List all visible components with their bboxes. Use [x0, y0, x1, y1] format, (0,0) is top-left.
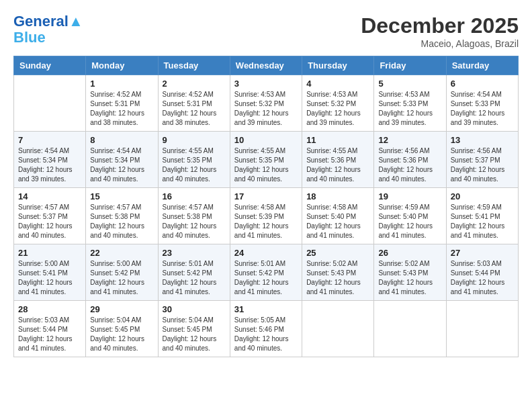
calendar-cell: 7Sunrise: 4:54 AM Sunset: 5:34 PM Daylig…	[14, 132, 86, 188]
calendar-cell	[446, 301, 518, 357]
day-info: Sunrise: 5:00 AM Sunset: 5:41 PM Dayligh…	[18, 259, 81, 297]
calendar-cell: 23Sunrise: 5:01 AM Sunset: 5:42 PM Dayli…	[158, 244, 230, 301]
day-info: Sunrise: 4:53 AM Sunset: 5:33 PM Dayligh…	[378, 90, 441, 128]
calendar-cell: 4Sunrise: 4:53 AM Sunset: 5:32 PM Daylig…	[302, 75, 374, 132]
day-info: Sunrise: 4:55 AM Sunset: 5:35 PM Dayligh…	[234, 146, 298, 184]
day-info: Sunrise: 5:03 AM Sunset: 5:44 PM Dayligh…	[18, 316, 81, 353]
day-info: Sunrise: 5:02 AM Sunset: 5:43 PM Dayligh…	[378, 259, 441, 297]
day-number: 16	[163, 191, 226, 201]
day-info: Sunrise: 4:53 AM Sunset: 5:32 PM Dayligh…	[234, 90, 298, 128]
day-number: 10	[234, 135, 298, 145]
day-info: Sunrise: 4:57 AM Sunset: 5:37 PM Dayligh…	[18, 203, 81, 240]
calendar-cell: 1Sunrise: 4:52 AM Sunset: 5:31 PM Daylig…	[86, 75, 158, 132]
calendar-cell	[14, 75, 86, 132]
day-info: Sunrise: 4:56 AM Sunset: 5:37 PM Dayligh…	[451, 146, 514, 184]
calendar-cell: 29Sunrise: 5:04 AM Sunset: 5:45 PM Dayli…	[86, 301, 158, 357]
day-number: 26	[378, 248, 441, 258]
day-number: 15	[90, 191, 153, 201]
calendar-cell: 27Sunrise: 5:03 AM Sunset: 5:44 PM Dayli…	[446, 244, 518, 301]
day-number: 18	[306, 191, 369, 201]
day-info: Sunrise: 4:58 AM Sunset: 5:40 PM Dayligh…	[306, 203, 369, 240]
day-info: Sunrise: 4:53 AM Sunset: 5:32 PM Dayligh…	[306, 90, 369, 128]
day-header-saturday: Saturday	[446, 56, 518, 75]
calendar-cell: 11Sunrise: 4:55 AM Sunset: 5:36 PM Dayli…	[302, 132, 374, 188]
calendar-cell: 18Sunrise: 4:58 AM Sunset: 5:40 PM Dayli…	[302, 188, 374, 244]
day-number: 20	[451, 191, 514, 201]
calendar-cell: 30Sunrise: 5:04 AM Sunset: 5:45 PM Dayli…	[158, 301, 230, 357]
day-info: Sunrise: 4:57 AM Sunset: 5:38 PM Dayligh…	[163, 203, 226, 240]
calendar-cell: 9Sunrise: 4:55 AM Sunset: 5:35 PM Daylig…	[158, 132, 230, 188]
day-number: 14	[18, 191, 81, 201]
day-number: 13	[451, 135, 514, 145]
day-info: Sunrise: 5:05 AM Sunset: 5:46 PM Dayligh…	[234, 316, 298, 353]
day-info: Sunrise: 4:52 AM Sunset: 5:31 PM Dayligh…	[90, 90, 153, 128]
calendar-cell: 5Sunrise: 4:53 AM Sunset: 5:33 PM Daylig…	[374, 75, 446, 132]
day-info: Sunrise: 4:52 AM Sunset: 5:31 PM Dayligh…	[163, 90, 226, 128]
day-header-monday: Monday	[86, 56, 158, 75]
day-header-thursday: Thursday	[302, 56, 374, 75]
day-number: 31	[234, 304, 298, 314]
page-subtitle: Maceio, Alagoas, Brazil	[361, 38, 519, 49]
calendar-cell	[302, 301, 374, 357]
day-number: 25	[306, 248, 369, 258]
day-info: Sunrise: 4:59 AM Sunset: 5:41 PM Dayligh…	[451, 203, 514, 240]
calendar-cell: 6Sunrise: 4:54 AM Sunset: 5:33 PM Daylig…	[446, 75, 518, 132]
day-info: Sunrise: 5:02 AM Sunset: 5:43 PM Dayligh…	[306, 259, 369, 297]
day-header-tuesday: Tuesday	[158, 56, 230, 75]
calendar-cell: 8Sunrise: 4:54 AM Sunset: 5:34 PM Daylig…	[86, 132, 158, 188]
day-number: 19	[378, 191, 441, 201]
day-info: Sunrise: 5:04 AM Sunset: 5:45 PM Dayligh…	[90, 316, 153, 353]
calendar-cell: 25Sunrise: 5:02 AM Sunset: 5:43 PM Dayli…	[302, 244, 374, 301]
calendar-cell: 21Sunrise: 5:00 AM Sunset: 5:41 PM Dayli…	[14, 244, 86, 301]
calendar-cell: 28Sunrise: 5:03 AM Sunset: 5:44 PM Dayli…	[14, 301, 86, 357]
title-block: December 2025 Maceio, Alagoas, Brazil	[361, 13, 519, 49]
day-number: 17	[234, 191, 298, 201]
calendar-week-row: 7Sunrise: 4:54 AM Sunset: 5:34 PM Daylig…	[14, 132, 519, 188]
day-number: 8	[90, 135, 153, 145]
day-number: 28	[18, 304, 81, 314]
calendar-cell: 19Sunrise: 4:59 AM Sunset: 5:40 PM Dayli…	[374, 188, 446, 244]
calendar-cell: 16Sunrise: 4:57 AM Sunset: 5:38 PM Dayli…	[158, 188, 230, 244]
logo-text: General▲	[13, 13, 83, 30]
calendar-cell: 20Sunrise: 4:59 AM Sunset: 5:41 PM Dayli…	[446, 188, 518, 244]
logo-text-blue: Blue	[13, 30, 83, 46]
calendar-cell: 17Sunrise: 4:58 AM Sunset: 5:39 PM Dayli…	[230, 188, 302, 244]
day-number: 23	[163, 248, 226, 258]
day-info: Sunrise: 4:54 AM Sunset: 5:34 PM Dayligh…	[18, 146, 81, 184]
calendar-table: SundayMondayTuesdayWednesdayThursdayFrid…	[13, 56, 519, 357]
calendar-week-row: 14Sunrise: 4:57 AM Sunset: 5:37 PM Dayli…	[14, 188, 519, 244]
calendar-cell: 26Sunrise: 5:02 AM Sunset: 5:43 PM Dayli…	[374, 244, 446, 301]
day-info: Sunrise: 4:59 AM Sunset: 5:40 PM Dayligh…	[378, 203, 441, 240]
day-info: Sunrise: 5:00 AM Sunset: 5:42 PM Dayligh…	[90, 259, 153, 297]
day-number: 22	[90, 248, 153, 258]
calendar-cell: 10Sunrise: 4:55 AM Sunset: 5:35 PM Dayli…	[230, 132, 302, 188]
day-info: Sunrise: 4:57 AM Sunset: 5:38 PM Dayligh…	[90, 203, 153, 240]
calendar-header-row: SundayMondayTuesdayWednesdayThursdayFrid…	[14, 56, 519, 75]
calendar-cell: 31Sunrise: 5:05 AM Sunset: 5:46 PM Dayli…	[230, 301, 302, 357]
day-number: 1	[90, 79, 153, 89]
day-info: Sunrise: 4:55 AM Sunset: 5:36 PM Dayligh…	[306, 146, 369, 184]
calendar-cell: 13Sunrise: 4:56 AM Sunset: 5:37 PM Dayli…	[446, 132, 518, 188]
day-header-friday: Friday	[374, 56, 446, 75]
day-number: 24	[234, 248, 298, 258]
day-info: Sunrise: 4:54 AM Sunset: 5:34 PM Dayligh…	[90, 146, 153, 184]
day-number: 29	[90, 304, 153, 314]
calendar-cell: 15Sunrise: 4:57 AM Sunset: 5:38 PM Dayli…	[86, 188, 158, 244]
calendar-cell: 24Sunrise: 5:01 AM Sunset: 5:42 PM Dayli…	[230, 244, 302, 301]
day-number: 21	[18, 248, 81, 258]
day-info: Sunrise: 4:58 AM Sunset: 5:39 PM Dayligh…	[234, 203, 298, 240]
page-header: General▲ Blue December 2025 Maceio, Alag…	[13, 13, 519, 49]
calendar-cell: 22Sunrise: 5:00 AM Sunset: 5:42 PM Dayli…	[86, 244, 158, 301]
logo: General▲ Blue	[13, 13, 83, 46]
day-number: 6	[451, 79, 514, 89]
day-number: 7	[18, 135, 81, 145]
day-number: 27	[451, 248, 514, 258]
day-info: Sunrise: 4:54 AM Sunset: 5:33 PM Dayligh…	[451, 90, 514, 128]
calendar-cell: 3Sunrise: 4:53 AM Sunset: 5:32 PM Daylig…	[230, 75, 302, 132]
day-info: Sunrise: 5:04 AM Sunset: 5:45 PM Dayligh…	[163, 316, 226, 353]
day-number: 4	[306, 79, 369, 89]
calendar-cell	[374, 301, 446, 357]
day-number: 12	[378, 135, 441, 145]
day-number: 9	[163, 135, 226, 145]
day-header-sunday: Sunday	[14, 56, 86, 75]
